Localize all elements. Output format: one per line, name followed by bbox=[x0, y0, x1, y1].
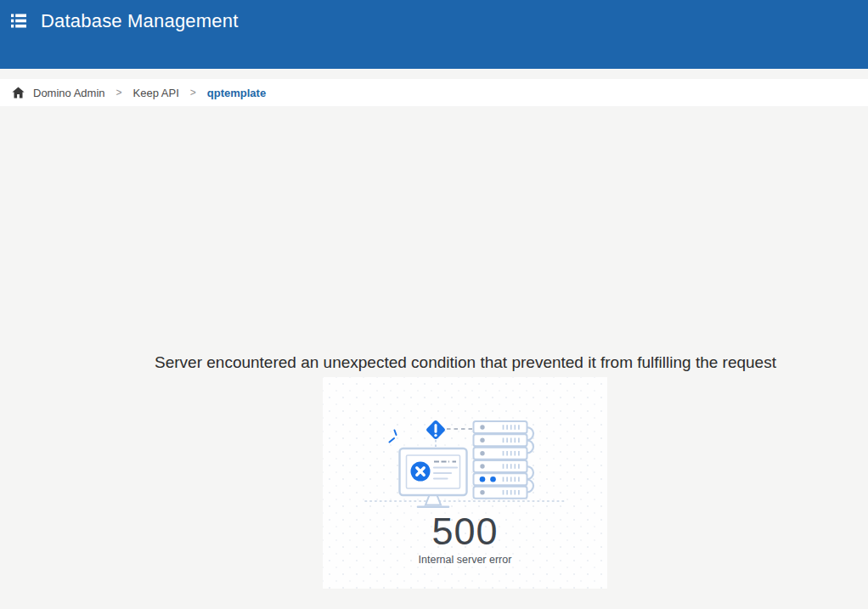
app-header: Database Management bbox=[0, 0, 868, 69]
menu-icon[interactable] bbox=[11, 14, 26, 28]
error-card: 500 Internal server error bbox=[323, 377, 607, 589]
breadcrumb-item-qptemplate: qptemplate bbox=[207, 87, 266, 99]
error-message: Server encountered an unexpected conditi… bbox=[63, 353, 868, 372]
error-code: 500 bbox=[323, 512, 607, 550]
breadcrumb-item-keep-api[interactable]: Keep API bbox=[133, 87, 179, 99]
chevron-right-icon: > bbox=[116, 87, 122, 99]
breadcrumb: Domino Admin > Keep API > qptemplate bbox=[0, 79, 868, 106]
page-title: Database Management bbox=[41, 10, 239, 32]
monitor-icon bbox=[400, 448, 467, 507]
spark-icon bbox=[390, 431, 397, 443]
error-caption: Internal server error bbox=[323, 554, 607, 566]
chevron-right-icon: > bbox=[190, 87, 196, 99]
breadcrumb-item-domino-admin[interactable]: Domino Admin bbox=[33, 87, 105, 99]
page: Database Management Domino Admin > Keep … bbox=[0, 0, 868, 609]
warning-diamond-icon bbox=[426, 420, 446, 440]
error-x-icon bbox=[411, 462, 431, 482]
error-illustration bbox=[323, 377, 607, 511]
server-rack-icon bbox=[474, 421, 534, 499]
home-icon[interactable] bbox=[12, 87, 25, 99]
